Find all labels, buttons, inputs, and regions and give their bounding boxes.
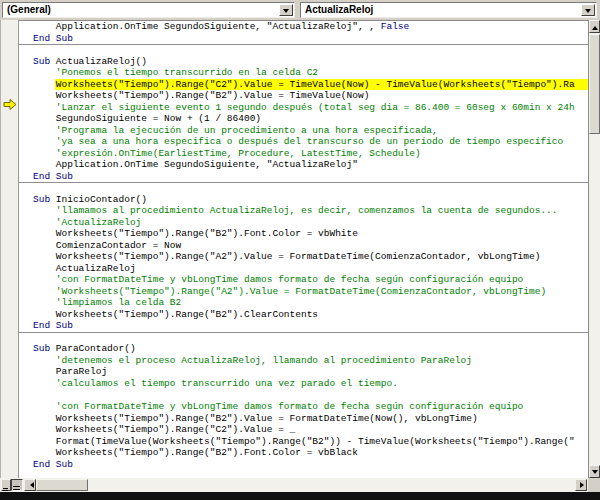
code-line: 'Programa la ejecución de un procedimien…: [19, 125, 588, 137]
code-line: Worksheets("Tiempo").Range("C2").Value =…: [19, 79, 588, 91]
code-line: 'expresión.OnTime(EarliestTime, Procedur…: [19, 148, 588, 160]
object-dropdown-button[interactable]: [279, 4, 293, 16]
code-line: ActualizaReloj: [19, 263, 588, 275]
code-line: 'llamamos al procedimiento ActualizaRelo…: [19, 205, 588, 217]
code-line: ComienzaContador = Now: [19, 240, 588, 252]
code-editor[interactable]: Application.OnTime SegundoSiguiente, "Ac…: [19, 21, 588, 478]
code-line: End Sub: [19, 320, 588, 332]
code-line: Application.OnTime SegundoSiguiente, "Ac…: [19, 21, 588, 33]
code-line: Application.OnTime SegundoSiguiente, "Ac…: [19, 159, 588, 171]
code-line: Worksheets("Tiempo").Range("B2").Font.Co…: [19, 228, 588, 240]
code-line: SegundoSiguiente = Now + (1 / 86400): [19, 113, 588, 125]
code-line: Worksheets("Tiempo").Range("B2").ClearCo…: [19, 309, 588, 321]
code-line: 'con FormatDateTime y vbLongTime damos f…: [19, 401, 588, 413]
code-window-header: (General) ActualizaReloj: [0, 0, 600, 20]
procedure-dropdown-value: ActualizaReloj: [305, 4, 373, 16]
vertical-scrollbar[interactable]: [588, 20, 600, 478]
procedure-view-button[interactable]: [1, 479, 11, 491]
code-lines: Application.OnTime SegundoSiguiente, "Ac…: [19, 21, 588, 470]
code-line: End Sub: [19, 171, 588, 183]
code-line: End Sub: [19, 459, 588, 471]
horizontal-scrollbar[interactable]: [0, 478, 588, 492]
code-line: 'ActualizaReloj: [19, 217, 588, 229]
code-line: Worksheets("Tiempo").Range("B2").Value =…: [19, 90, 588, 102]
scroll-left-button[interactable]: [24, 479, 36, 491]
code-line: ParaReloj: [19, 366, 588, 378]
chevron-down-icon: [283, 9, 289, 16]
scroll-up-button[interactable]: [589, 20, 600, 33]
code-line: 'calculamos el tiempo transcurrido una v…: [19, 378, 588, 390]
arrow-down-icon: [592, 470, 598, 477]
arrow-left-icon: [27, 482, 34, 488]
code-line: 'con FormatDateTime y vbLongTime damos f…: [19, 274, 588, 286]
code-line: 'Lanzar el siguiente evento 1 segundo de…: [19, 102, 588, 114]
code-line: 'Ponemos el tiempo transcurrido en la ce…: [19, 67, 588, 79]
vertical-scrollbar-thumb[interactable]: [589, 34, 600, 134]
execution-point-arrow-icon: [3, 99, 17, 110]
code-line: 'ya sea a una hora especifica o después …: [19, 136, 588, 148]
code-line: Worksheets("Tiempo").Range("A2").Value =…: [19, 251, 588, 263]
horizontal-scrollbar-thumb[interactable]: [36, 479, 88, 491]
procedure-dropdown-button[interactable]: [581, 4, 595, 16]
code-line: End Sub: [19, 33, 588, 45]
code-line: Worksheets("Tiempo").Range("B2").Font.Co…: [19, 447, 588, 459]
code-line: 'detenemos el proceso ActualizaReloj, ll…: [19, 355, 588, 367]
code-line: Sub ActualizaReloj(): [19, 56, 588, 68]
code-line: 'limpiamos la celda B2: [19, 297, 588, 309]
scroll-right-button[interactable]: [575, 479, 587, 491]
code-line: [19, 390, 588, 402]
code-line: Sub ParaContador(): [19, 343, 588, 355]
code-line: Worksheets("Tiempo").Range("C2").Value =…: [19, 424, 588, 436]
scroll-down-button[interactable]: [589, 465, 600, 478]
arrow-right-icon: [580, 482, 587, 488]
procedure-divider: [19, 44, 588, 56]
code-line: Format(TimeValue(Worksheets("Tiempo").Ra…: [19, 436, 588, 448]
code-line: Worksheets("Tiempo").Range("B2").Value =…: [19, 413, 588, 425]
object-dropdown[interactable]: (General): [2, 2, 295, 18]
scrollbar-corner: [588, 478, 600, 492]
full-module-view-button[interactable]: [11, 479, 23, 491]
window-bottom-edge: [0, 492, 600, 500]
margin-indicator-bar[interactable]: [0, 20, 19, 478]
code-line: 'Worksheets("Tiempo").Range("A2").Value …: [19, 286, 588, 298]
chevron-down-icon: [585, 9, 591, 16]
object-dropdown-value: (General): [7, 4, 51, 16]
code-line: Sub InicioContador(): [19, 194, 588, 206]
procedure-divider: [19, 182, 588, 194]
procedure-dropdown[interactable]: ActualizaReloj: [300, 2, 597, 18]
arrow-up-icon: [592, 23, 598, 30]
procedure-divider: [19, 332, 588, 344]
